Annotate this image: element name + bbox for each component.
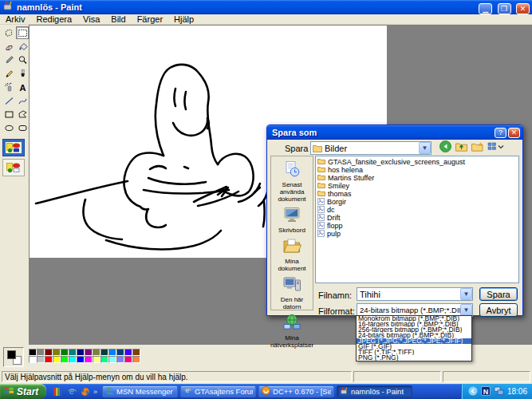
color-swatch[interactable] bbox=[53, 349, 61, 356]
color-swatch[interactable] bbox=[45, 356, 53, 363]
file-list-item[interactable]: Drift bbox=[317, 214, 517, 222]
color-swatch[interactable] bbox=[124, 356, 132, 363]
color-swatch[interactable] bbox=[29, 349, 37, 356]
taskbar-clock[interactable]: 18:06 bbox=[507, 387, 527, 396]
taskbar-window-button[interactable]: DC++ 0.670 - [Searc... bbox=[258, 385, 334, 397]
taskbar-window-button[interactable]: MSN Messenger (BETA) bbox=[102, 385, 178, 397]
color-picker-tool-icon[interactable] bbox=[2, 53, 15, 66]
magnifier-tool-icon[interactable] bbox=[16, 53, 29, 66]
places-item[interactable]: Skrivbord bbox=[272, 205, 312, 235]
quick-launch-overflow-chevron[interactable]: » bbox=[93, 388, 97, 396]
freeform-select-tool-icon[interactable] bbox=[2, 26, 15, 39]
airbrush-tool-icon[interactable] bbox=[2, 81, 15, 93]
curve-tool-icon[interactable] bbox=[16, 94, 29, 107]
file-list-item[interactable]: GTASA_fansite_exclusive_screens_august bbox=[317, 158, 517, 166]
file-list-item[interactable]: hos helena bbox=[317, 166, 517, 174]
restore-button[interactable]: ❐ bbox=[498, 3, 511, 14]
line-tool-icon[interactable] bbox=[2, 94, 15, 107]
save-in-combobox[interactable]: Bilder ▼ bbox=[310, 141, 432, 155]
firefox-icon[interactable] bbox=[80, 386, 91, 397]
back-icon[interactable] bbox=[439, 140, 451, 152]
taskbar-window-button[interactable]: namnlös - Paint bbox=[337, 385, 412, 397]
color-swatch[interactable] bbox=[93, 356, 100, 363]
rectangle-tool-icon[interactable] bbox=[2, 108, 15, 120]
color-swatch[interactable] bbox=[108, 356, 116, 363]
pencil-tool-icon[interactable] bbox=[2, 67, 15, 80]
filetype-option[interactable]: Monokrom bitmapp (*.BMP;*.DIB) bbox=[357, 316, 471, 322]
polygon-tool-icon[interactable] bbox=[16, 108, 29, 120]
filename-value[interactable]: Tihihi bbox=[357, 290, 460, 299]
rounded-rectangle-tool-icon[interactable] bbox=[16, 121, 29, 134]
brush-tool-icon[interactable] bbox=[16, 67, 29, 80]
chevron-down-icon[interactable]: ▼ bbox=[460, 288, 472, 300]
eraser-tool-icon[interactable] bbox=[2, 40, 15, 53]
filename-combobox[interactable]: Tihihi ▼ bbox=[357, 287, 473, 301]
select-tool-icon[interactable] bbox=[16, 26, 29, 39]
chevron-down-icon[interactable]: ▼ bbox=[419, 142, 431, 154]
color-swatch[interactable] bbox=[116, 349, 124, 356]
color-swatch[interactable] bbox=[37, 349, 45, 356]
places-item[interactable]: Mina nätverksplatser bbox=[272, 313, 312, 350]
menu-hjälp[interactable]: Hjälp bbox=[168, 14, 199, 24]
color-swatch[interactable] bbox=[45, 349, 53, 356]
internet-explorer-icon[interactable]: e bbox=[66, 386, 77, 397]
close-button[interactable]: ✕ bbox=[516, 3, 530, 14]
menu-bild[interactable]: Bild bbox=[105, 14, 131, 24]
dialog-close-button[interactable]: ✕ bbox=[508, 128, 520, 138]
file-list-item[interactable]: Borgir bbox=[317, 198, 517, 206]
filetype-option[interactable]: TIFF (*.TIF;*.TIFF) bbox=[357, 350, 471, 355]
current-colors-indicator[interactable] bbox=[3, 347, 24, 367]
filetype-option[interactable]: GIF (*.GIF) bbox=[357, 344, 471, 350]
file-list[interactable]: GTASA_fansite_exclusive_screens_august h… bbox=[315, 156, 519, 283]
places-item[interactable]: Mina dokument bbox=[272, 236, 312, 273]
winamp-icon[interactable] bbox=[53, 386, 64, 397]
filetype-option[interactable]: JPEG (*.JPG;*.JPEG;*.JPE;*.JFIF) bbox=[357, 338, 471, 344]
color-swatch[interactable] bbox=[61, 349, 69, 356]
network-tray-icon[interactable] bbox=[494, 385, 504, 399]
color-swatch[interactable] bbox=[132, 349, 140, 356]
menu-arkiv[interactable]: Arkiv bbox=[0, 14, 30, 24]
color-swatch[interactable] bbox=[124, 349, 132, 356]
color-swatch[interactable] bbox=[37, 356, 45, 363]
start-button[interactable]: Start bbox=[0, 384, 46, 399]
color-swatch[interactable] bbox=[108, 349, 116, 356]
color-swatch[interactable] bbox=[132, 356, 140, 363]
save-button[interactable]: Spara bbox=[479, 287, 518, 301]
color-swatch[interactable] bbox=[85, 349, 93, 356]
menu-färger[interactable]: Färger bbox=[132, 14, 168, 24]
n-tray-icon[interactable]: N bbox=[481, 385, 491, 399]
color-swatch[interactable] bbox=[69, 349, 77, 356]
color-swatch[interactable] bbox=[69, 356, 77, 363]
color-swatch[interactable] bbox=[53, 356, 61, 363]
color-swatch[interactable] bbox=[100, 356, 108, 363]
file-list-item[interactable]: flopp bbox=[317, 222, 517, 230]
cancel-button[interactable]: Avbryt bbox=[479, 303, 518, 317]
file-list-item[interactable]: thomas bbox=[317, 190, 517, 198]
file-list-item[interactable]: Martins Stuffer bbox=[317, 174, 517, 182]
file-list-item[interactable]: Smiley bbox=[317, 182, 517, 190]
color-swatch[interactable] bbox=[77, 349, 85, 356]
minimize-button[interactable]: ▁ bbox=[479, 3, 492, 14]
opaque-selection-option[interactable] bbox=[2, 139, 25, 156]
filetype-option[interactable]: 16-färgers bitmapp (*.BMP;*.DIB) bbox=[357, 322, 471, 327]
fill-tool-icon[interactable] bbox=[16, 40, 29, 53]
taskbar-window-button[interactable]: e GTAsajtens Forum - >... bbox=[180, 385, 256, 397]
views-icon[interactable] bbox=[487, 141, 505, 152]
up-one-level-icon[interactable] bbox=[455, 141, 467, 152]
color-swatch[interactable] bbox=[29, 356, 37, 363]
color-swatch[interactable] bbox=[77, 356, 85, 363]
dialog-help-button[interactable]: ? bbox=[495, 128, 506, 138]
menu-redigera[interactable]: Redigera bbox=[30, 14, 77, 24]
new-folder-icon[interactable] bbox=[471, 141, 483, 152]
color-swatch[interactable] bbox=[116, 356, 124, 363]
collapse-chevron-icon[interactable] bbox=[468, 385, 478, 399]
transparent-selection-option[interactable] bbox=[2, 159, 25, 176]
color-swatch[interactable] bbox=[85, 356, 93, 363]
color-swatch[interactable] bbox=[93, 349, 100, 356]
places-item[interactable]: Senast använda dokument bbox=[272, 160, 312, 203]
color-swatch[interactable] bbox=[61, 356, 69, 363]
file-list-item[interactable]: dc bbox=[317, 206, 517, 214]
text-tool-icon[interactable]: A bbox=[16, 81, 29, 93]
ellipse-tool-icon[interactable] bbox=[2, 121, 15, 134]
filetype-option[interactable]: 24-bitars bitmapp (*.BMP;*.DIB) bbox=[357, 333, 471, 338]
